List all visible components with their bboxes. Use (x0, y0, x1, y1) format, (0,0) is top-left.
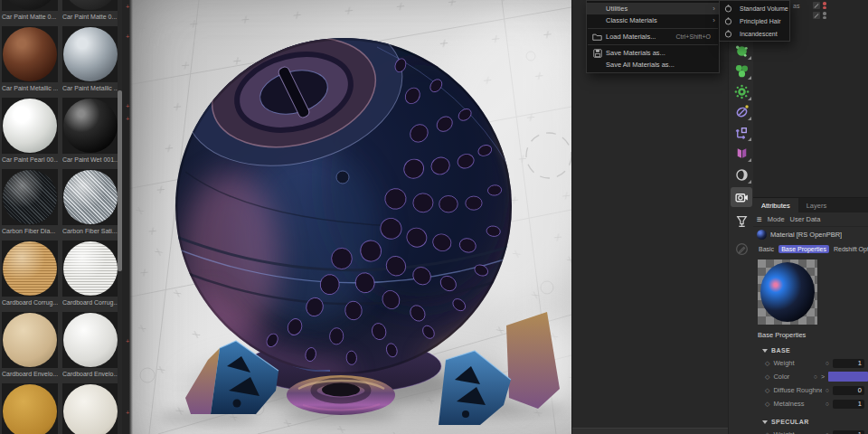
attributes-tabbar: AttributesLayers (753, 198, 868, 212)
property-label: Color (773, 373, 809, 381)
material-tile-grid: Car Paint Matte 0...Car Paint Matte 0...… (2, 0, 118, 434)
material-sphere-preview (63, 0, 118, 10)
particle-cluster-icon[interactable] (731, 61, 752, 80)
value-field[interactable]: 1 (833, 400, 864, 409)
prop-tab-redshift-optimi[interactable]: Redshift Optimi (831, 245, 868, 253)
animation-dot-icon[interactable]: ○ (814, 373, 817, 380)
material-sphere-preview (3, 0, 57, 10)
material-tile[interactable] (62, 383, 118, 434)
material-thumbnail (2, 241, 58, 297)
tab-attributes[interactable]: Attributes (753, 198, 798, 212)
material-tile-label: Car Paint Pearl 00... (2, 154, 58, 165)
folder-icon (591, 32, 603, 42)
material-tile[interactable] (2, 383, 58, 434)
menu-item-save-materials-as[interactable]: Save Materials as... (587, 47, 719, 59)
object-name-partial: as (793, 3, 799, 9)
keyframe-diamond-icon[interactable]: ◇ (765, 360, 769, 367)
simulation-sphere-icon[interactable] (731, 41, 752, 61)
keyframe-diamond-icon[interactable]: ◇ (765, 401, 769, 408)
material-ball-icon (722, 4, 734, 14)
prop-tab-base-properties[interactable]: Base Properties (778, 245, 829, 253)
gear-icon[interactable] (731, 81, 752, 101)
submenu-item-incandescent[interactable]: Incandescent (720, 27, 789, 40)
material-sphere-preview (3, 170, 57, 224)
value-field[interactable]: 1 (833, 359, 864, 368)
viewport-3d[interactable]: + + + + + + (122, 0, 571, 434)
material-tile[interactable]: Carbon Fiber Sati... (62, 169, 118, 237)
section-header-base[interactable]: BASE (753, 344, 868, 356)
material-row[interactable]: Material [RS OpenPBR] (753, 227, 868, 242)
material-tile[interactable]: Carbon Fiber Dia... (2, 169, 58, 237)
material-tile[interactable]: Cardboard Envelo... (62, 312, 118, 380)
camera-icon[interactable] (731, 187, 752, 207)
edit-toggle-icon[interactable] (813, 2, 820, 9)
material-preview-sphere (760, 262, 815, 322)
menu-item-label: Classic Materials (606, 16, 712, 24)
tile-row: Cardboard Corrug...Cardboard Corrug... (2, 241, 118, 308)
material-sphere-preview (63, 99, 118, 153)
value-field[interactable]: 0 (833, 386, 864, 395)
material-tile[interactable]: Car Paint Matte 0... (2, 0, 58, 23)
property-tabbar: BasicBase PropertiesRedshift Optimi (753, 242, 868, 256)
material-tile[interactable]: Car Paint Pearl 00... (2, 98, 58, 165)
material-tile[interactable]: Cardboard Corrug... (62, 241, 118, 308)
menu-item-classic-materials[interactable]: Classic Materials› (587, 14, 719, 26)
user-data-button[interactable]: User Data (790, 215, 821, 223)
submenu-item-principled-hair[interactable]: Principled Hair (720, 14, 789, 27)
light-icon[interactable] (731, 211, 752, 231)
property-row-weight: ◇Weight○1 (753, 428, 868, 434)
material-tile[interactable]: Cardboard Envelo... (2, 312, 58, 380)
material-name: Material [RS OpenPBR] (770, 231, 842, 239)
keyframe-diamond-icon[interactable]: ◇ (765, 373, 769, 381)
menu-hamburger-icon[interactable]: ≡ (757, 215, 762, 224)
object-visibility-row[interactable] (813, 2, 826, 9)
material-tile-label: Carbon Fiber Dia... (2, 225, 58, 237)
material-tile[interactable]: Car Paint Matte 0... (62, 0, 118, 23)
material-tile-label: Carbon Fiber Sati... (62, 225, 118, 237)
value-field[interactable]: 1 (833, 430, 864, 434)
material-thumbnail (2, 312, 58, 368)
section-header-specular[interactable]: SPECULAR (753, 416, 868, 428)
menu-item-save-all-materials-as[interactable]: Save All Materials as... (587, 59, 719, 71)
submenu-item-standard-volume[interactable]: Standard Volume (720, 2, 789, 14)
application-window: Car Paint Matte 0...Car Paint Matte 0...… (0, 0, 868, 434)
panel-title: Base Properties (758, 331, 868, 339)
property-label: Diffuse Roughness (773, 386, 821, 394)
menu-separator (588, 44, 718, 45)
stand-torus (287, 375, 395, 415)
material-thumbnail (2, 98, 58, 154)
menu-item-utilities[interactable]: Utilities› (587, 3, 719, 14)
material-tile-label: Cardboard Corrug... (62, 297, 118, 308)
edit-toggle-icon[interactable] (813, 12, 820, 19)
material-thumbnail (62, 98, 118, 154)
material-tile[interactable]: Car Paint Metallic ... (62, 26, 118, 94)
object-visibility-row[interactable] (813, 12, 826, 19)
material-preview[interactable] (758, 259, 817, 325)
animation-dot-icon[interactable]: ○ (826, 401, 829, 407)
material-thumbnail (2, 169, 58, 225)
mirror-flags-icon[interactable] (731, 143, 752, 163)
material-thumbnail (2, 0, 58, 11)
edit-pen-icon[interactable] (731, 239, 752, 259)
animation-dot-icon[interactable]: ○ (826, 387, 829, 393)
keyframe-diamond-icon[interactable]: ◇ (765, 387, 769, 394)
panel-divider (572, 428, 729, 434)
shaded-sphere-icon[interactable] (731, 165, 752, 184)
material-sphere-preview (3, 99, 57, 153)
material-tile[interactable]: Cardboard Corrug... (2, 241, 58, 308)
color-swatch[interactable] (828, 372, 868, 382)
menu-item-load-materials[interactable]: Load Materials...Ctrl+Shift+O (587, 31, 719, 42)
animation-dot-icon[interactable]: ○ (826, 360, 829, 366)
material-sphere-preview (63, 384, 118, 434)
field-bean-icon[interactable] (731, 101, 752, 121)
material-sphere-preview (3, 241, 57, 296)
section-name: SPECULAR (771, 419, 809, 425)
tab-layers[interactable]: Layers (798, 198, 835, 212)
material-tile[interactable]: Car Paint Metallic ... (2, 26, 58, 94)
prop-tab-basic[interactable]: Basic (756, 245, 777, 253)
material-tile[interactable]: Car Paint Wet 001... (62, 98, 118, 165)
axis-gizmo-icon[interactable] (731, 122, 752, 142)
expand-arrow-icon[interactable]: > (821, 373, 825, 380)
keyframe-diamond-icon[interactable]: ◇ (765, 431, 769, 434)
mode-button[interactable]: Mode (768, 215, 785, 223)
